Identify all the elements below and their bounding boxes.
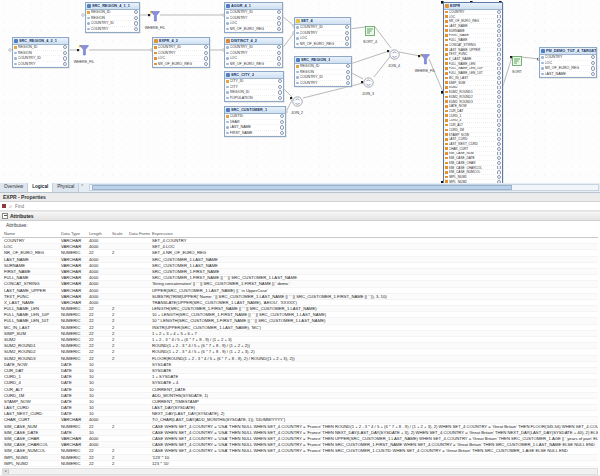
connector-port-icon[interactable] [277, 16, 281, 20]
entity-field[interactable]: COUNTRY [295, 81, 351, 87]
connector-port-icon[interactable] [591, 66, 595, 70]
connector-port-icon[interactable] [346, 81, 350, 85]
entity-aggr-4-1[interactable]: AGGR_4_1COUNTRY_IDCOUNTRYLOCNR_OF_EURO_R… [224, 2, 283, 33]
operator-sort[interactable]: SORT [500, 52, 534, 74]
tab-logical[interactable]: Logical [28, 183, 53, 192]
connector-port-icon[interactable] [497, 43, 501, 47]
connector-port-icon[interactable] [345, 25, 349, 29]
connector-port-icon[interactable] [497, 156, 501, 160]
mapping-diagram-canvas[interactable]: SRC_REGION_4_1_1REGION_IDREGIONCOUNTRY_I… [0, 0, 600, 184]
connector-port-icon[interactable] [346, 70, 350, 74]
connector-port-icon[interactable] [277, 56, 281, 60]
connector-port-icon[interactable] [497, 114, 501, 118]
connector-port-icon[interactable] [497, 90, 501, 94]
connector-port-icon[interactable] [591, 72, 595, 76]
entity-pm-demo-tgt-4-target[interactable]: PM_DEMO_TGT_4_TARGETCOUNTRYLOCNR_OF_EURO… [539, 47, 597, 78]
connector-port-icon[interactable] [346, 64, 350, 68]
connector-port-icon[interactable] [277, 21, 281, 25]
connector-port-icon[interactable] [277, 45, 281, 49]
entity-field[interactable]: POPULATION [225, 96, 283, 102]
connector-port-icon[interactable] [497, 119, 501, 123]
connector-port-icon[interactable] [497, 123, 501, 127]
entity-field[interactable]: NR_OF_EURO_REG [295, 42, 350, 48]
entity-distinct-4-2[interactable]: DISTINCT_4_2COUNTRY_IDCOUNTRYLOCNR_OF_EU… [224, 37, 283, 68]
connector-port-icon[interactable] [497, 109, 501, 113]
connector-port-icon[interactable] [591, 55, 595, 59]
column-header[interactable]: Data Format [127, 230, 150, 237]
connector-port-icon[interactable] [497, 175, 501, 179]
connector-port-icon[interactable] [497, 133, 501, 137]
find-input[interactable] [13, 202, 87, 211]
connector-port-icon[interactable] [497, 137, 501, 141]
entity-src-region-3[interactable]: SRC_REGION_3REGION_IDREGIONCOUNTRY_IDCOU… [294, 56, 352, 87]
connector-port-icon[interactable] [278, 85, 282, 89]
entity-expr[interactable]: EXPRCOUNTRYLOCNR_OF_EURO_REGLAST_NAMESUR… [443, 2, 503, 184]
entity-src-city-2[interactable]: SRC_CITY_2CITY_IDCITYREGION_IDPOPULATION [224, 71, 284, 102]
tab-overview[interactable]: Overview [0, 183, 28, 192]
connector-port-icon[interactable] [204, 51, 208, 55]
connector-port-icon[interactable] [497, 24, 501, 28]
entity-src-customer-1[interactable]: SRC_CUSTOMER_1CUSTIDDEARLAST_NAMEFIRST_N… [224, 106, 286, 137]
connector-port-icon[interactable] [497, 170, 501, 174]
attributes-table-hscrollbar[interactable]: ◂ [2, 468, 598, 475]
connector-port-icon[interactable] [277, 62, 281, 66]
operator-where_fil[interactable]: WHERE_FIL [408, 51, 442, 73]
connector-port-icon[interactable] [277, 10, 281, 14]
connector-port-icon[interactable] [497, 128, 501, 132]
connector-port-icon[interactable] [497, 10, 501, 14]
entity-set-4[interactable]: SET_4COUNTRY_IDCOUNTRYLOCNR_OF_EURO_REG [294, 17, 351, 48]
column-header[interactable]: Expression [150, 230, 598, 237]
entity-field[interactable]: NR_OF_EURO_REG [225, 27, 282, 33]
connector-port-icon[interactable] [591, 61, 595, 65]
connector-port-icon[interactable] [497, 95, 501, 99]
entity-field[interactable]: COUNTRY [86, 27, 139, 33]
connector-port-icon[interactable] [345, 36, 349, 40]
connector-port-icon[interactable] [497, 38, 501, 42]
column-header[interactable]: Data Type [59, 230, 87, 237]
connector-port-icon[interactable] [497, 166, 501, 170]
entity-field[interactable]: COUNTRY [13, 62, 68, 68]
connector-port-icon[interactable] [497, 34, 501, 38]
connector-port-icon[interactable] [278, 79, 282, 83]
connector-port-icon[interactable] [345, 42, 349, 46]
connector-port-icon[interactable] [204, 45, 208, 49]
entity-src-region-4-1-1[interactable]: SRC_REGION_4_1_1REGION_IDREGIONCOUNTRY_I… [85, 2, 140, 33]
connector-port-icon[interactable] [497, 19, 501, 23]
connector-port-icon[interactable] [497, 81, 501, 85]
operator-join_3[interactable]: JOIN_3 [351, 74, 385, 96]
entity-field[interactable]: NR_OF_EURO_REG [225, 62, 282, 68]
entity-field[interactable]: LAST_NAME [540, 72, 596, 78]
entity-field[interactable]: NR_OF_EURO_REG [153, 62, 209, 68]
connector-port-icon[interactable] [280, 125, 284, 129]
operator-where_fil[interactable]: WHERE_FIL [67, 42, 101, 64]
section-header-attributes[interactable]: Attributes [0, 211, 600, 221]
connector-port-icon[interactable] [204, 62, 208, 66]
tab-physical[interactable]: Physical [53, 183, 79, 192]
connector-port-icon[interactable] [497, 142, 501, 146]
operator-sort_4[interactable]: SORT_4 [353, 22, 387, 44]
column-header[interactable]: Name [2, 230, 59, 237]
entity-src-region-4-2-1[interactable]: SRC_REGION_4_2_1REGION_IDREGIONCOUNTRY_I… [12, 37, 69, 68]
operator-join_4[interactable]: JOIN_4 [377, 46, 411, 68]
connector-port-icon[interactable] [497, 152, 501, 156]
connector-port-icon[interactable] [497, 104, 501, 108]
connector-port-icon[interactable] [497, 100, 501, 104]
operator-where_fil[interactable]: WHERE_FIL [138, 8, 172, 30]
connector-port-icon[interactable] [345, 31, 349, 35]
connector-port-icon[interactable] [497, 15, 501, 19]
column-header[interactable]: Scale [110, 230, 127, 237]
connector-port-icon[interactable] [497, 76, 501, 80]
column-header[interactable]: Length [87, 230, 110, 237]
connector-port-icon[interactable] [497, 161, 501, 165]
entity-field[interactable]: FIRST_NAME [225, 131, 285, 137]
connector-port-icon[interactable] [280, 120, 284, 124]
connector-port-icon[interactable] [497, 29, 501, 33]
connector-port-icon[interactable] [497, 86, 501, 90]
table-row[interactable]: IMPL_NUM2NUMERIC222123 * '10' [2, 461, 598, 467]
entity-expr-4-2[interactable]: EXPR_4_2COUNTRY_IDCOUNTRYLOCNR_OF_EURO_R… [152, 37, 210, 68]
connector-port-icon[interactable] [280, 131, 284, 135]
operator-join_2[interactable]: JOIN_2 [280, 93, 314, 115]
connector-port-icon[interactable] [277, 27, 281, 31]
diagram-hscrollbar[interactable] [89, 184, 599, 191]
connector-port-icon[interactable] [277, 51, 281, 55]
